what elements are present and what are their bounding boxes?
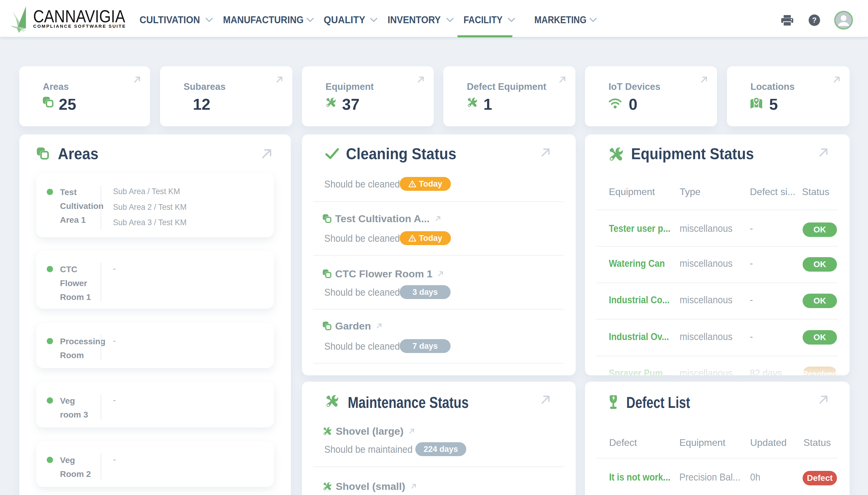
svg-text:?: ? [812,16,817,24]
